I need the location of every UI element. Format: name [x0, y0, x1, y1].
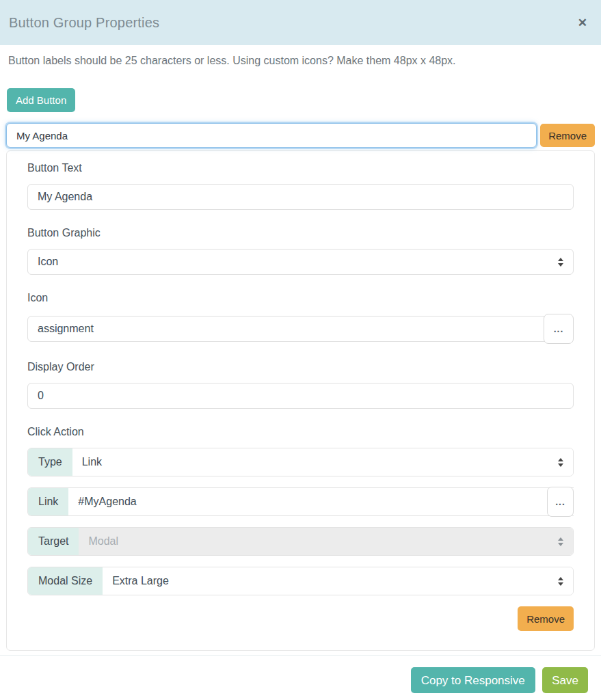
remove-button-top[interactable]: Remove: [540, 124, 595, 147]
type-addon-label: Type: [28, 448, 72, 476]
click-action-label: Click Action: [27, 425, 574, 439]
modal-header: Button Group Properties ✕: [0, 0, 601, 45]
modal-title: Button Group Properties: [9, 15, 159, 31]
icon-input[interactable]: [27, 316, 548, 342]
select-arrows-icon: [558, 537, 563, 546]
modal-size-select-value: Extra Large: [112, 575, 169, 587]
target-select: Modal: [79, 528, 573, 555]
save-button[interactable]: Save: [542, 667, 588, 693]
target-addon-label: Target: [28, 528, 79, 555]
display-order-input[interactable]: [27, 383, 574, 409]
click-action-target-row: Target Modal: [27, 527, 574, 556]
helper-text: Button labels should be 25 characters or…: [8, 53, 595, 68]
select-arrows-icon: [558, 458, 563, 467]
link-browse-button[interactable]: ...: [547, 487, 574, 517]
icon-label: Icon: [27, 291, 574, 305]
button-graphic-select[interactable]: Icon: [27, 249, 574, 275]
remove-button-bottom[interactable]: Remove: [518, 606, 574, 631]
copy-to-responsive-button[interactable]: Copy to Responsive: [411, 667, 535, 693]
button-graphic-label: Button Graphic: [27, 226, 574, 240]
select-arrows-icon: [558, 577, 563, 586]
link-addon-label: Link: [28, 488, 68, 515]
icon-browse-button[interactable]: ...: [544, 314, 574, 344]
button-group-properties-modal: Button Group Properties ✕ Button labels …: [0, 0, 601, 693]
button-graphic-value: Icon: [38, 256, 58, 268]
target-select-value: Modal: [88, 535, 118, 548]
click-action-modal-size-row: Modal Size Extra Large: [27, 567, 574, 595]
modal-size-addon-label: Modal Size: [28, 567, 103, 595]
close-icon[interactable]: ✕: [578, 17, 587, 29]
display-order-label: Display Order: [27, 360, 574, 374]
type-select-value: Link: [82, 456, 102, 468]
modal-footer: Copy to Responsive Save: [0, 655, 601, 693]
add-button[interactable]: Add Button: [7, 88, 75, 112]
modal-body: Button labels should be 25 characters or…: [0, 45, 601, 651]
click-action-link-row: Link ...: [27, 487, 574, 516]
link-input[interactable]: [68, 488, 552, 515]
type-select[interactable]: Link: [72, 448, 573, 476]
panel-actions: Remove: [27, 606, 574, 631]
button-properties-panel: Button Text Button Graphic Icon Icon ...…: [6, 150, 595, 651]
button-text-input[interactable]: [27, 184, 574, 210]
select-arrows-icon: [558, 258, 563, 267]
click-action-type-row: Type Link: [27, 448, 574, 476]
modal-size-select[interactable]: Extra Large: [103, 567, 573, 595]
button-name-row: Remove: [6, 123, 595, 148]
icon-field-group: ...: [27, 314, 574, 344]
button-text-label: Button Text: [27, 161, 574, 175]
button-name-input[interactable]: [6, 123, 537, 148]
